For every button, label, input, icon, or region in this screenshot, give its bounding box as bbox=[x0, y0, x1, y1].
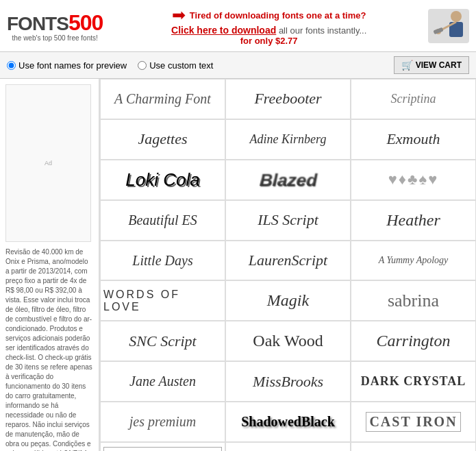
font-preview-text: Oak Wood bbox=[253, 332, 323, 350]
promo-top: ➡ Tired of downloading fonts one at a ti… bbox=[172, 5, 366, 25]
font-grid: A Charming FontFreebooterScriptinaJagett… bbox=[99, 79, 476, 451]
font-preview-text: Exmouth bbox=[386, 130, 440, 148]
font-preview-text: DARK CRYSTAL bbox=[361, 374, 466, 389]
radio-font-names-input[interactable] bbox=[7, 61, 16, 70]
font-preview-text: ♥♦♣♠♥ bbox=[388, 171, 438, 188]
radio-custom-text-label: Use custom text bbox=[149, 60, 213, 71]
promo-person-image bbox=[428, 9, 469, 43]
promo-middle: Click here to download all our fonts ins… bbox=[171, 25, 366, 36]
main-content: Ad Revisão de 40.000 km de Onix e Prisma… bbox=[0, 79, 476, 451]
font-cell[interactable]: Carrington bbox=[351, 321, 476, 361]
logo-subtitle: the web's top 500 free fonts! bbox=[12, 34, 97, 42]
font-cell[interactable]: CAST IRON bbox=[351, 402, 476, 442]
sidebar: Ad Revisão de 40.000 km de Onix e Prisma… bbox=[0, 79, 99, 451]
font-preview-text: ILS Script bbox=[258, 211, 318, 229]
radio-custom-text-input[interactable] bbox=[138, 61, 147, 70]
promo-price-text: for only $2.77 bbox=[240, 36, 298, 46]
cart-btn-label: VIEW CART bbox=[416, 60, 462, 70]
preview-options: Use font names for preview Use custom te… bbox=[7, 60, 394, 71]
font-preview-text: Adine Kirnberg bbox=[250, 132, 327, 147]
arrow-icon: ➡ bbox=[172, 5, 186, 25]
font-preview-text: sabrina bbox=[388, 291, 439, 311]
logo-wrap: FONTS500 the web's top 500 free fonts! bbox=[7, 10, 103, 42]
font-cell[interactable]: ♥♦♣♠♥ bbox=[351, 160, 476, 200]
font-preview-text: ShadowedBlack bbox=[241, 414, 335, 430]
font-cell[interactable]: LaurenScript bbox=[225, 241, 351, 281]
font-cell[interactable]: Exmouth bbox=[351, 119, 476, 160]
font-cell[interactable]: WORDS OF LOVE bbox=[100, 280, 225, 321]
promo-rest-text: all our fonts instantly... bbox=[279, 25, 366, 36]
font-preview-text: Beautiful ES bbox=[128, 212, 197, 228]
ad-label: Ad bbox=[45, 159, 52, 168]
font-preview-text: S C R A M B L E bbox=[103, 447, 222, 451]
font-cell[interactable]: Magik bbox=[225, 280, 351, 321]
font-preview-text: WORDS OF LOVE bbox=[103, 289, 222, 313]
font-preview-text: A Yummy Apology bbox=[379, 255, 449, 266]
font-preview-text: Carrington bbox=[376, 332, 450, 350]
font-cell[interactable]: Jane Austen bbox=[100, 361, 225, 402]
font-preview-text: Freebooter bbox=[254, 90, 321, 108]
site-logo[interactable]: FONTS500 bbox=[7, 10, 103, 36]
font-cell[interactable]: jes premium bbox=[100, 402, 225, 442]
font-cell[interactable]: Adine Kirnberg bbox=[225, 119, 351, 160]
font-cell[interactable]: Little Days bbox=[100, 241, 225, 281]
font-preview-text: Scriptina bbox=[391, 92, 436, 106]
font-preview-text: Loki Cola bbox=[125, 169, 199, 191]
radio-font-names-label: Use font names for preview bbox=[18, 60, 127, 71]
font-preview-text: Jagettes bbox=[138, 130, 187, 148]
promo-tired-text: Tired of downloading fonts one at a time… bbox=[190, 10, 366, 21]
font-cell[interactable]: SNC Script bbox=[100, 321, 225, 361]
font-cell[interactable]: A Charming Font bbox=[100, 79, 225, 119]
font-cell[interactable]: ILS Script bbox=[225, 200, 351, 241]
font-cell[interactable]: Heather bbox=[351, 200, 476, 241]
font-cell[interactable]: DARK CRYSTAL bbox=[351, 361, 476, 402]
font-preview-text: A Charming Font bbox=[114, 91, 211, 107]
font-cell[interactable]: S C R A M B L E bbox=[100, 442, 225, 451]
font-cell[interactable]: Freebooter bbox=[225, 79, 351, 119]
font-preview-text: CAST IRON bbox=[366, 412, 460, 432]
font-cell[interactable]: sabrina bbox=[351, 280, 476, 321]
font-preview-text: Heather bbox=[386, 211, 440, 230]
navbar: Use font names for preview Use custom te… bbox=[0, 52, 476, 79]
font-cell[interactable]: Loki Cola bbox=[100, 160, 225, 200]
font-cell[interactable]: Black Rose bbox=[351, 442, 476, 451]
font-preview-text: Blazed bbox=[260, 169, 317, 191]
font-preview-text: MissBrooks bbox=[253, 373, 323, 391]
font-cell[interactable]: Angelina bbox=[225, 442, 351, 451]
radio-custom-text[interactable]: Use custom text bbox=[138, 60, 213, 71]
radio-font-names[interactable]: Use font names for preview bbox=[7, 60, 127, 71]
font-preview-text: jes premium bbox=[129, 414, 197, 430]
view-cart-button[interactable]: 🛒 VIEW CART bbox=[394, 56, 469, 74]
promo-banner: ➡ Tired of downloading fonts one at a ti… bbox=[116, 5, 421, 46]
cart-icon: 🛒 bbox=[401, 60, 413, 71]
svg-point-0 bbox=[451, 11, 462, 22]
sidebar-body-text: Revisão de 40.000 km de Onix e Prisma, a… bbox=[5, 247, 93, 451]
font-cell[interactable]: A Yummy Apology bbox=[351, 241, 476, 281]
font-preview-text: SNC Script bbox=[129, 332, 196, 350]
sidebar-ad: Ad bbox=[5, 84, 91, 242]
font-preview-text: Little Days bbox=[132, 253, 192, 269]
font-cell[interactable]: ShadowedBlack bbox=[225, 402, 351, 442]
font-cell[interactable]: Blazed bbox=[225, 160, 351, 200]
header: FONTS500 the web's top 500 free fonts! ➡… bbox=[0, 0, 476, 52]
font-preview-text: Magik bbox=[267, 291, 309, 310]
font-cell[interactable]: Jagettes bbox=[100, 119, 225, 160]
font-cell[interactable]: Oak Wood bbox=[225, 321, 351, 361]
font-preview-text: Jane Austen bbox=[129, 374, 196, 389]
font-preview-text: LaurenScript bbox=[249, 252, 327, 269]
font-cell[interactable]: Scriptina bbox=[351, 79, 476, 119]
promo-price-line: for only $2.77 bbox=[240, 36, 298, 46]
font-cell[interactable]: Beautiful ES bbox=[100, 200, 225, 241]
font-cell[interactable]: MissBrooks bbox=[225, 361, 351, 402]
promo-download-link[interactable]: Click here to download bbox=[171, 25, 276, 36]
